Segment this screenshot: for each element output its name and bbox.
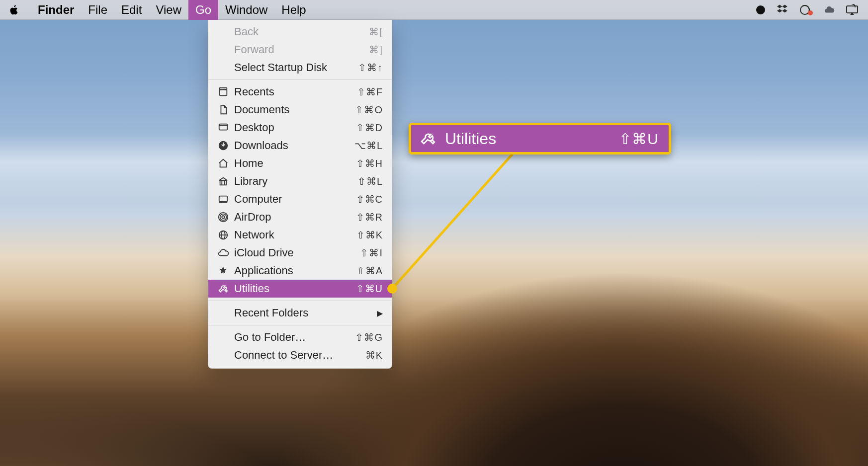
menubar: Finder File Edit View Go Window Help	[0, 0, 868, 20]
menuitem-network[interactable]: Network ⇧⌘K	[208, 226, 392, 244]
callout-utilities: Utilities ⇧⌘U	[409, 123, 671, 155]
menuitem-label: Recents	[234, 85, 357, 98]
menuitem-shortcut: ⇧⌘R	[356, 211, 383, 223]
library-icon	[216, 174, 230, 188]
svg-rect-12	[219, 196, 228, 202]
menuitem-go-to-folder[interactable]: Go to Folder… ⇧⌘G	[208, 328, 392, 346]
menuitem-shortcut: ⇧⌘U	[356, 283, 383, 295]
menuitem-documents[interactable]: Documents ⇧⌘O	[208, 101, 392, 119]
menu-separator	[208, 325, 392, 325]
utilities-icon	[419, 130, 437, 148]
menuitem-forward: Forward ⌘]	[208, 41, 392, 59]
menuitem-computer[interactable]: Computer ⇧⌘C	[208, 190, 392, 208]
svg-point-14	[222, 216, 225, 219]
menuitem-label: AirDrop	[234, 211, 356, 224]
documents-icon	[216, 103, 230, 117]
menuitem-label: iCloud Drive	[234, 246, 360, 259]
svg-rect-5	[220, 88, 227, 90]
menuitem-label: Network	[234, 229, 356, 241]
menuitem-label: Home	[234, 157, 356, 170]
menuitem-label: Applications	[234, 264, 356, 277]
menu-edit[interactable]: Edit	[114, 0, 149, 20]
menuitem-shortcut: ⇧⌘I	[360, 247, 383, 259]
menu-view[interactable]: View	[149, 0, 188, 20]
screenrec-icon[interactable]	[799, 3, 813, 17]
svg-point-0	[756, 5, 765, 14]
menuitem-label: Documents	[234, 103, 355, 116]
callout-label: Utilities	[445, 130, 496, 148]
menuitem-shortcut: ⇧⌘D	[356, 122, 383, 134]
menuitem-label: Library	[234, 175, 357, 188]
home-icon	[216, 156, 230, 170]
svg-rect-9	[220, 180, 227, 185]
svg-point-15	[220, 214, 227, 221]
menuitem-shortcut: ⌘[	[369, 26, 383, 38]
menuitem-shortcut: ⌘]	[369, 44, 383, 56]
icloud-icon	[216, 246, 230, 260]
submenu-chevron-icon: ▶	[377, 309, 383, 318]
network-icon	[216, 228, 230, 242]
menuitem-back: Back ⌘[	[208, 23, 392, 41]
callout-anchor-dot	[387, 284, 397, 294]
menuitem-library[interactable]: Library ⇧⌘L	[208, 172, 392, 190]
menuitem-applications[interactable]: Applications ⇧⌘A	[208, 262, 392, 280]
airplay-icon[interactable]	[845, 3, 859, 17]
menuitem-label: Recent Folders	[216, 307, 377, 319]
menuitem-shortcut: ⇧⌘H	[356, 157, 383, 169]
menuitem-label: Go to Folder…	[216, 331, 355, 344]
menu-file[interactable]: File	[81, 0, 114, 20]
menuitem-recent-folders[interactable]: Recent Folders ▶	[208, 304, 392, 322]
menuitem-label: Utilities	[234, 282, 356, 295]
status-dot-icon[interactable]	[754, 3, 768, 17]
svg-rect-6	[219, 124, 228, 130]
airdrop-icon	[216, 210, 230, 224]
svg-point-2	[808, 10, 813, 15]
utilities-icon	[216, 282, 230, 296]
menuitem-shortcut: ⌘K	[365, 349, 383, 361]
menuitem-shortcut: ⇧⌘A	[356, 265, 383, 277]
desktop-wallpaper	[0, 0, 868, 466]
menuitem-shortcut: ⇧⌘O	[355, 104, 383, 116]
svg-rect-3	[847, 6, 858, 13]
app-name[interactable]: Finder	[31, 0, 81, 20]
menuitem-label: Back	[216, 25, 369, 38]
menuitem-shortcut: ⇧⌘↑	[358, 62, 383, 74]
svg-rect-4	[220, 89, 227, 95]
menuitem-label: Desktop	[234, 121, 356, 134]
recents-icon	[216, 85, 230, 99]
menubar-status-area	[754, 0, 868, 20]
menuitem-label: Select Startup Disk	[216, 61, 358, 74]
go-menu-dropdown: Back ⌘[ Forward ⌘] Select Startup Disk ⇧…	[208, 20, 392, 369]
menuitem-shortcut: ⇧⌘G	[355, 331, 383, 343]
menuitem-icloud-drive[interactable]: iCloud Drive ⇧⌘I	[208, 244, 392, 262]
menuitem-airdrop[interactable]: AirDrop ⇧⌘R	[208, 208, 392, 226]
downloads-icon	[216, 139, 230, 153]
dropbox-icon[interactable]	[777, 3, 790, 17]
menuitem-downloads[interactable]: Downloads ⌥⌘L	[208, 137, 392, 155]
cloud-icon[interactable]	[822, 3, 836, 17]
menuitem-home[interactable]: Home ⇧⌘H	[208, 155, 392, 172]
apple-logo-icon[interactable]	[9, 4, 20, 15]
menu-help[interactable]: Help	[274, 0, 313, 20]
menuitem-shortcut: ⇧⌘C	[356, 193, 383, 205]
menuitem-label: Downloads	[234, 139, 354, 152]
menuitem-utilities[interactable]: Utilities ⇧⌘U	[208, 280, 392, 298]
applications-icon	[216, 264, 230, 278]
menu-go[interactable]: Go	[188, 0, 218, 20]
menuitem-shortcut: ⇧⌘L	[357, 175, 383, 187]
menu-separator	[208, 301, 392, 301]
menu-separator	[208, 79, 392, 80]
menuitem-desktop[interactable]: Desktop ⇧⌘D	[208, 119, 392, 137]
menuitem-select-startup-disk[interactable]: Select Startup Disk ⇧⌘↑	[208, 59, 392, 77]
menuitem-label: Connect to Server…	[216, 349, 365, 362]
menuitem-label: Forward	[216, 43, 369, 56]
menuitem-shortcut: ⇧⌘K	[356, 229, 383, 241]
callout-shortcut: ⇧⌘U	[619, 130, 659, 148]
computer-icon	[216, 192, 230, 206]
menu-window[interactable]: Window	[218, 0, 274, 20]
menuitem-recents[interactable]: Recents ⇧⌘F	[208, 83, 392, 101]
menuitem-connect-to-server[interactable]: Connect to Server… ⌘K	[208, 346, 392, 364]
desktop-icon	[216, 121, 230, 135]
menuitem-shortcut: ⇧⌘F	[357, 86, 383, 98]
menuitem-label: Computer	[234, 193, 356, 206]
